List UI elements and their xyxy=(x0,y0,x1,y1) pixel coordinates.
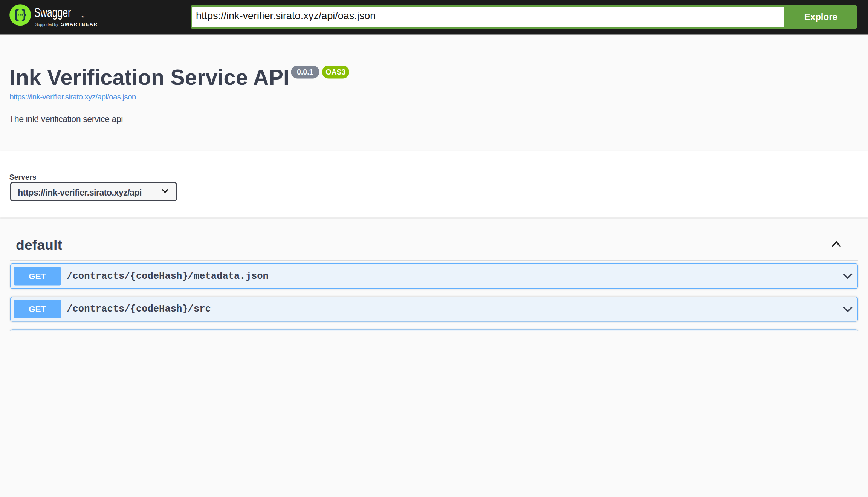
svg-text:™: ™ xyxy=(81,16,84,19)
svg-text:Swagger: Swagger xyxy=(34,5,71,20)
svg-text:SMARTBEAR: SMARTBEAR xyxy=(61,21,98,27)
svg-text:Supported by: Supported by xyxy=(35,23,59,27)
